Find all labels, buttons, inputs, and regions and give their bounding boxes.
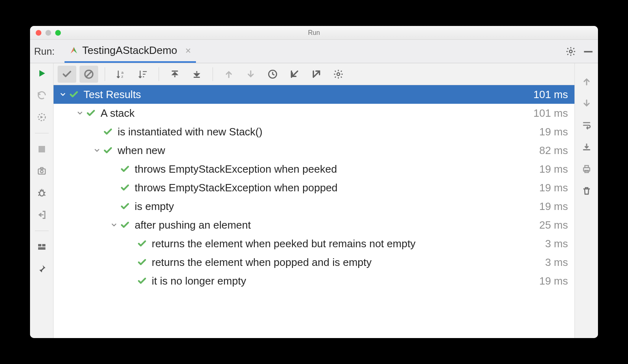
test-label: Test Results [84,88,525,101]
rerun-failed-button[interactable] [36,89,48,101]
sort-alpha-button[interactable]: az [112,66,130,83]
test-toolbar: az [54,63,574,85]
test-label: is instantiated with new Stack() [118,126,531,138]
test-duration: 101 ms [525,88,568,101]
test-label: when new [118,144,531,157]
stop-button[interactable] [36,143,48,155]
test-label: throws EmptyStackException when peeked [135,163,531,176]
export-results-button[interactable] [307,66,326,83]
window-title: Run [30,29,598,36]
test-passed-icon [120,164,130,174]
test-passed-icon [103,127,113,137]
test-passed-icon [137,257,147,267]
right-action-rail [574,63,598,338]
sort-duration-button[interactable] [133,66,152,83]
test-label: returns the element when peeked but rema… [152,238,537,250]
test-leaf-node[interactable]: returns the element when popped and is e… [54,253,574,272]
test-group-node[interactable]: after pushing an element25 ms [54,216,574,234]
test-duration: 101 ms [525,107,568,120]
chevron-down-icon[interactable] [74,109,86,117]
test-leaf-node[interactable]: throws EmptyStackException when peeked19… [54,160,574,178]
svg-rect-17 [585,165,588,167]
svg-text:z: z [121,74,123,78]
svg-rect-1 [584,51,593,52]
svg-rect-10 [38,247,45,250]
title-bar: Run [30,26,598,40]
import-results-button[interactable] [285,66,304,83]
test-passed-icon [120,183,130,193]
test-label: returns the element when popped and is e… [152,256,537,269]
test-duration: 19 ms [531,163,568,176]
hide-panel-button[interactable] [583,46,594,57]
left-action-rail [30,63,54,338]
run-config-tab[interactable]: TestingAStackDemo × [65,40,196,63]
chevron-down-icon[interactable] [91,147,103,154]
next-failed-button[interactable] [241,66,260,83]
test-duration: 3 ms [537,238,568,250]
settings-button[interactable] [566,46,576,57]
test-label: throws EmptyStackException when popped [135,182,531,194]
svg-point-7 [39,191,44,196]
test-passed-icon [120,201,130,211]
toggle-auto-test-button[interactable] [36,111,48,123]
test-duration: 19 ms [531,200,568,213]
test-duration: 19 ms [531,275,568,287]
show-ignored-button[interactable] [80,66,98,83]
test-runner-settings-button[interactable] [329,66,348,83]
collapse-all-button[interactable] [187,66,206,83]
run-config-name: TestingAStackDemo [82,44,177,57]
test-passed-icon [69,90,79,99]
test-passed-icon [86,108,96,118]
chevron-down-icon[interactable] [108,221,120,229]
svg-rect-3 [39,146,45,152]
svg-point-0 [570,50,572,53]
test-leaf-node[interactable]: throws EmptyStackException when popped19… [54,178,574,197]
test-root-node[interactable]: Test Results101 ms [54,85,574,104]
test-group-node[interactable]: when new82 ms [54,141,574,160]
test-duration: 19 ms [531,182,568,194]
test-leaf-node[interactable]: returns the element when peeked but rema… [54,234,574,253]
layout-button[interactable] [36,241,48,253]
svg-rect-9 [42,244,45,246]
print-button[interactable] [581,163,593,175]
prev-failed-button[interactable] [219,66,238,83]
test-label: after pushing an element [135,219,531,231]
show-passed-button[interactable] [58,66,76,83]
scroll-down-button[interactable] [581,97,593,109]
exit-button[interactable] [36,209,48,221]
tab-bar: Run: TestingAStackDemo × [30,40,598,63]
panel-label: Run: [34,46,55,57]
test-duration: 19 ms [531,126,568,138]
test-leaf-node[interactable]: is instantiated with new Stack()19 ms [54,122,574,141]
svg-rect-8 [38,244,41,246]
test-leaf-node[interactable]: is empty19 ms [54,197,574,216]
test-label: it is no longer empty [152,275,531,287]
scroll-to-end-button[interactable] [581,141,593,153]
scroll-up-button[interactable] [581,75,593,88]
close-tab-button[interactable]: × [185,45,191,56]
test-passed-icon [103,146,113,155]
test-duration: 25 ms [531,219,568,231]
expand-all-button[interactable] [166,66,184,83]
test-leaf-node[interactable]: it is no longer empty19 ms [54,272,574,290]
run-tool-window: Run Run: TestingAStackDemo × [30,26,598,338]
test-passed-icon [137,276,147,286]
svg-point-5 [40,170,43,173]
test-passed-icon [120,220,130,230]
run-button[interactable] [36,67,48,79]
run-config-icon [69,46,78,55]
test-duration: 3 ms [537,256,568,269]
test-history-button[interactable] [263,66,282,83]
pin-button[interactable] [36,263,48,275]
clear-button[interactable] [581,185,593,197]
test-label: A stack [101,107,525,120]
soft-wrap-button[interactable] [581,119,593,131]
test-passed-icon [137,239,147,248]
svg-point-15 [337,73,340,75]
test-label: is empty [135,200,531,213]
dump-threads-button[interactable] [36,165,48,177]
test-group-node[interactable]: A stack101 ms [54,104,574,122]
debug-button[interactable] [36,187,48,199]
test-results-tree[interactable]: Test Results101 msA stack101 msis instan… [54,85,574,338]
chevron-down-icon[interactable] [57,91,69,98]
